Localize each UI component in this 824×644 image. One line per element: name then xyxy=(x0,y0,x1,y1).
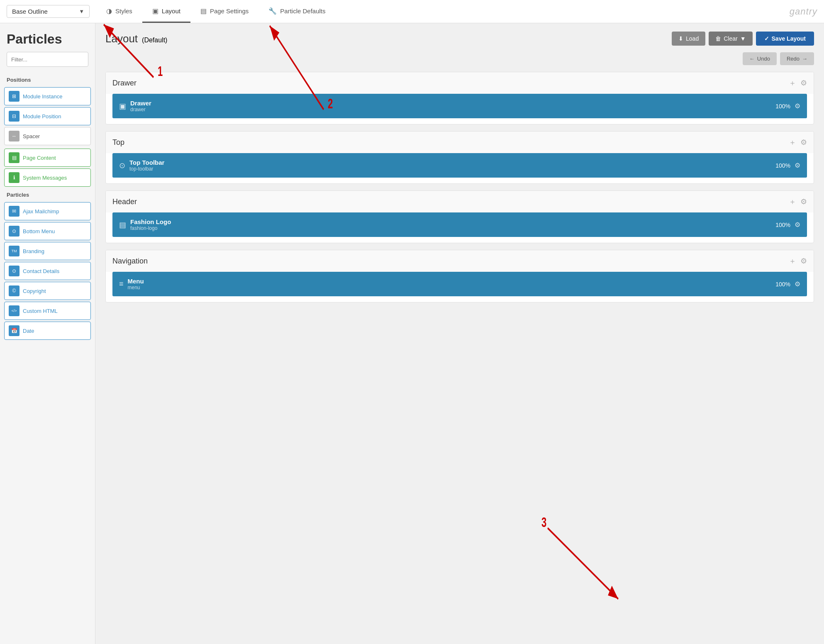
filter-input[interactable] xyxy=(7,53,85,66)
sidebar-item-copyright[interactable]: © Copyright xyxy=(4,282,91,300)
fashion-logo-row-title: Fashion Logo xyxy=(130,218,171,225)
sidebar-item-system-messages[interactable]: ℹ System Messages xyxy=(4,168,91,187)
drawer-gear-icon[interactable]: ⚙ xyxy=(795,102,800,110)
menu-row-left: ≡ Menu menu xyxy=(119,278,144,290)
sidebar-item-spacer[interactable]: ↔ Spacer xyxy=(4,127,91,145)
copyright-label: Copyright xyxy=(23,288,46,294)
bottom-menu-label: Bottom Menu xyxy=(23,228,55,234)
top-section-title: Top xyxy=(112,138,124,147)
menu-row-subtitle: menu xyxy=(128,285,144,290)
page-settings-icon: ▤ xyxy=(200,7,207,15)
sidebar-item-bottom-menu[interactable]: ⊙ Bottom Menu xyxy=(4,222,91,240)
load-button[interactable]: ⬇ Load xyxy=(672,32,705,46)
drawer-row-percent: 100% xyxy=(775,103,790,110)
drawer-row-right: 100% ⚙ xyxy=(775,102,800,110)
undo-icon: ← xyxy=(749,56,755,62)
drawer-section-title: Drawer xyxy=(112,79,137,88)
top-toolbar-row-icon: ⊙ xyxy=(119,161,125,170)
save-layout-button[interactable]: ✓ Save Layout xyxy=(756,32,814,46)
check-icon: ✓ xyxy=(764,35,769,42)
menu-row[interactable]: ≡ Menu menu 100% ⚙ xyxy=(112,272,807,296)
nav-tabs: ◑ Styles ▣ Layout ▤ Page Settings 🔧 Part… xyxy=(96,0,336,23)
module-position-label: Module Position xyxy=(23,113,61,120)
drawer-section-header: Drawer ＋ ⚙ xyxy=(106,72,814,94)
tab-particle-defaults[interactable]: 🔧 Particle Defaults xyxy=(258,0,335,23)
load-label: Load xyxy=(686,35,699,42)
sidebar-item-ajax-mailchimp[interactable]: ✉ Ajax Mailchimp xyxy=(4,202,91,220)
sidebar-item-contact-details[interactable]: ⊙ Contact Details xyxy=(4,262,91,280)
sidebar-item-module-instance[interactable]: ⊞ Module Instance xyxy=(4,87,91,105)
drawer-section: Drawer ＋ ⚙ ▣ Drawer drawer 100% ⚙ xyxy=(105,72,814,124)
clear-button[interactable]: 🗑 Clear ▼ xyxy=(709,32,752,46)
page-content-icon: ▤ xyxy=(9,152,20,163)
clear-chevron-icon: ▼ xyxy=(740,35,746,42)
header-section: Header ＋ ⚙ ▤ Fashion Logo fashion-logo 1… xyxy=(105,190,814,243)
filter-search-button[interactable]: 🔍 xyxy=(85,52,88,66)
sidebar-item-custom-html[interactable]: </> Custom HTML xyxy=(4,302,91,320)
trash-icon: 🗑 xyxy=(715,35,721,42)
styles-icon: ◑ xyxy=(106,7,112,15)
tab-layout[interactable]: ▣ Layout xyxy=(142,0,190,23)
top-toolbar-gear-icon[interactable]: ⚙ xyxy=(795,161,800,169)
navigation-section-actions: ＋ ⚙ xyxy=(789,256,807,266)
save-layout-label: Save Layout xyxy=(772,35,806,42)
drawer-row[interactable]: ▣ Drawer drawer 100% ⚙ xyxy=(112,94,807,118)
top-toolbar-row[interactable]: ⊙ Top Toolbar top-toolbar 100% ⚙ xyxy=(112,153,807,178)
fashion-logo-row-percent: 100% xyxy=(775,222,790,228)
menu-gear-icon[interactable]: ⚙ xyxy=(795,280,800,288)
drawer-add-button[interactable]: ＋ xyxy=(789,78,796,88)
top-toolbar-row-right: 100% ⚙ xyxy=(775,161,800,169)
fashion-logo-row[interactable]: ▤ Fashion Logo fashion-logo 100% ⚙ xyxy=(112,212,807,237)
custom-html-label: Custom HTML xyxy=(23,308,58,314)
date-label: Date xyxy=(23,328,34,334)
branding-icon: TM xyxy=(9,246,20,256)
top-nav: Base Outline ▼ ◑ Styles ▣ Layout ▤ Page … xyxy=(0,0,824,23)
spacer-icon: ↔ xyxy=(9,131,20,141)
date-icon: 📅 xyxy=(9,325,20,336)
undo-button[interactable]: ← Undo xyxy=(743,52,777,65)
fashion-logo-gear-icon[interactable]: ⚙ xyxy=(795,221,800,229)
sidebar-item-module-position[interactable]: ⊟ Module Position xyxy=(4,107,91,125)
top-toolbar-row-title: Top Toolbar xyxy=(129,159,164,166)
system-messages-icon: ℹ xyxy=(9,172,20,183)
top-add-button[interactable]: ＋ xyxy=(789,137,796,147)
top-settings-button[interactable]: ⚙ xyxy=(800,138,807,147)
header-section-actions: ＋ ⚙ xyxy=(789,197,807,207)
fashion-logo-row-info: Fashion Logo fashion-logo xyxy=(130,218,171,231)
top-section-actions: ＋ ⚙ xyxy=(789,137,807,147)
copyright-icon: © xyxy=(9,285,20,296)
header-add-button[interactable]: ＋ xyxy=(789,197,796,207)
top-toolbar-row-info: Top Toolbar top-toolbar xyxy=(129,159,164,172)
navigation-settings-button[interactable]: ⚙ xyxy=(800,256,807,266)
top-toolbar-row-subtitle: top-toolbar xyxy=(129,166,164,172)
sidebar-item-branding[interactable]: TM Branding xyxy=(4,242,91,260)
menu-row-info: Menu menu xyxy=(128,278,144,290)
drawer-row-icon: ▣ xyxy=(119,102,126,111)
main-area: Particles 🔍 Positions ⊞ Module Instance … xyxy=(0,23,824,644)
menu-row-title: Menu xyxy=(128,278,144,285)
contact-details-icon: ⊙ xyxy=(9,266,20,276)
sidebar-item-date[interactable]: 📅 Date xyxy=(4,322,91,340)
navigation-section: Navigation ＋ ⚙ ≡ Menu menu 100% ⚙ xyxy=(105,250,814,302)
filter-bar: 🔍 xyxy=(7,52,88,67)
redo-button[interactable]: Redo → xyxy=(780,52,814,65)
module-position-icon: ⊟ xyxy=(9,111,20,122)
system-messages-label: System Messages xyxy=(23,175,67,181)
undo-label: Undo xyxy=(757,56,770,62)
tab-styles-label: Styles xyxy=(115,7,132,15)
outline-selector[interactable]: Base Outline ▼ xyxy=(7,5,90,18)
sidebar: Particles 🔍 Positions ⊞ Module Instance … xyxy=(0,23,95,644)
navigation-add-button[interactable]: ＋ xyxy=(789,256,796,266)
header-settings-button[interactable]: ⚙ xyxy=(800,197,807,206)
drawer-settings-button[interactable]: ⚙ xyxy=(800,78,807,88)
gantry-logo: gantry xyxy=(790,6,817,17)
tab-page-settings[interactable]: ▤ Page Settings xyxy=(190,0,258,23)
drawer-row-left: ▣ Drawer drawer xyxy=(119,100,151,112)
tab-styles[interactable]: ◑ Styles xyxy=(96,0,142,23)
header-actions: ⬇ Load 🗑 Clear ▼ ✓ Save Layout xyxy=(672,32,814,46)
drawer-row-info: Drawer drawer xyxy=(130,100,151,112)
module-instance-icon: ⊞ xyxy=(9,91,20,102)
fashion-logo-row-right: 100% ⚙ xyxy=(775,221,800,229)
sidebar-item-page-content[interactable]: ▤ Page Content xyxy=(4,149,91,167)
spacer-label: Spacer xyxy=(23,133,40,139)
